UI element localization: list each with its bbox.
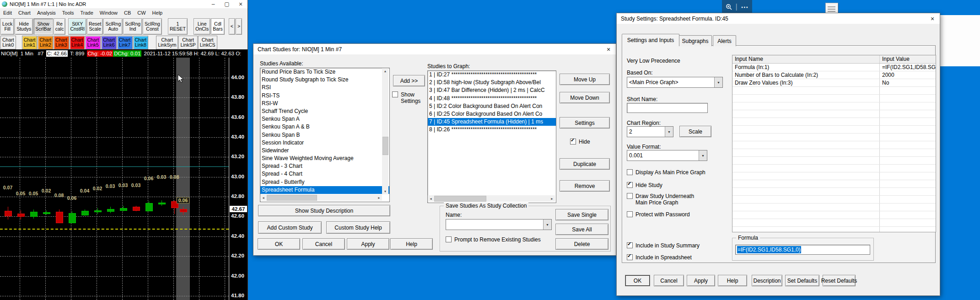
toolbar-button-hide[interactable]: HideStudys [15, 18, 33, 35]
list-item[interactable]: Spread - 3 Chart [260, 162, 389, 170]
scroll-right-icon[interactable]: ► [549, 195, 555, 202]
snip-toolbar[interactable]: | ⋯ [722, 0, 752, 14]
remove-button[interactable]: Remove [560, 180, 610, 192]
chevron-down-icon[interactable]: ▼ [699, 150, 707, 161]
show-study-description-button[interactable]: Show Study Description [258, 205, 390, 216]
scroll-thumb[interactable] [434, 196, 486, 202]
chart-link-button-linksym[interactable]: ChartLinkSym [156, 36, 178, 49]
chart-studies-titlebar[interactable]: Chart Studies for: NIO[M] 1 Min #7 × [253, 44, 616, 54]
menu-item-tools[interactable]: Tools [59, 9, 77, 16]
list-item[interactable]: 1 | ID:27 ******************************… [428, 71, 556, 79]
toolbar-button-show[interactable]: ShowScrlBar [33, 18, 53, 35]
tab-subgraphs[interactable]: Subgraphs [678, 35, 712, 46]
add-custom-study-button[interactable]: Add Custom Study [258, 221, 322, 234]
delete-button[interactable]: Delete [555, 238, 608, 250]
list-item[interactable]: 5 | ID:2 Color Background Based On Alert… [428, 102, 556, 110]
duplicate-button[interactable]: Duplicate [560, 158, 610, 170]
scroll-thumb[interactable] [382, 137, 388, 155]
checkbox-box[interactable]: ✓ [627, 182, 633, 188]
toolbar-button-reset[interactable]: ResetScale [87, 18, 103, 35]
list-item[interactable]: Spreadsheet Formula [260, 186, 389, 194]
custom-study-help-button[interactable]: Custom Study Help [326, 221, 390, 234]
toolbar-button-<[interactable]: < [229, 18, 235, 35]
chart-link-button-link3[interactable]: ChartLink3 [54, 36, 69, 49]
scroll-left-icon[interactable]: ◄ [260, 194, 266, 201]
description-button[interactable]: Description [752, 275, 782, 286]
chart-area[interactable]: 0.070.050.050.020.080.060.040.020.030.03… [0, 58, 248, 300]
list-item[interactable]: RSI-W [260, 100, 389, 107]
cancel-button[interactable]: Cancel [654, 275, 684, 286]
list-item[interactable]: 3 | ID:47 Bar Difference (Hidden) | 2 ms… [428, 86, 556, 94]
list-item[interactable]: Sidewinder [260, 147, 389, 155]
horizontal-scrollbar[interactable]: ◄ ► [260, 194, 382, 201]
checkbox-box[interactable]: ✓ [627, 254, 633, 260]
toolbar-button-sclrng[interactable]: SclRngInd [123, 18, 142, 35]
menu-item-cw[interactable]: CW [134, 9, 149, 16]
studies-available-list[interactable]: Round Price Bars To Tick SizeRound Study… [260, 68, 390, 202]
apply-button[interactable]: Apply [687, 275, 715, 286]
vertical-scrollbar[interactable]: ▲ ▼ [382, 68, 388, 194]
chart-region-combobox[interactable]: 2 ▼ [627, 126, 673, 137]
table-row[interactable]: Formula (In:1)=IF(ID2.SG1,ID58.SG1,0) [732, 64, 936, 71]
checkbox-draw[interactable]: Draw Study Underneath Main Price Graph [627, 193, 718, 206]
table-row[interactable]: Draw Zero Values (In:3)No [732, 79, 936, 87]
checkbox-box[interactable]: ✓ [627, 242, 633, 248]
magnifier-plus-icon[interactable] [726, 4, 732, 10]
scroll-thumb[interactable] [267, 195, 317, 201]
menu-item-chart[interactable]: Chart [15, 9, 34, 16]
chart-link-button-linksp[interactable]: ChartLinkSP [178, 36, 197, 49]
tab-alerts[interactable]: Alerts [713, 35, 736, 46]
checkbox-box[interactable] [627, 169, 633, 175]
save-single-button[interactable]: Save Single [555, 209, 608, 220]
toolbar-button-sclrng[interactable]: SclRngConst [143, 18, 162, 35]
checkbox-box[interactable] [627, 193, 633, 199]
settings-button[interactable]: Settings [560, 117, 610, 129]
save-all-button[interactable]: Save All [555, 224, 608, 235]
checkbox-protect[interactable]: Protect with Password [627, 211, 718, 218]
checkbox-include[interactable]: ✓Include in Spreadsheet [627, 254, 727, 261]
chart-link-button-linkcs[interactable]: ChartLinkCS [198, 36, 217, 49]
apply-button[interactable]: Apply [347, 238, 389, 250]
menu-item-trade[interactable]: Trade [77, 9, 97, 16]
checkbox-include[interactable]: ✓Include in Study Summary [627, 242, 727, 249]
close-icon[interactable]: × [601, 44, 616, 54]
toolbar-button-stxy[interactable]: StXYCnstRl [68, 18, 86, 35]
list-item[interactable]: Schaff Trend Cycle [260, 107, 389, 115]
list-item[interactable]: Session Indicator [260, 139, 389, 147]
chart-link-button-link8[interactable]: ChartLink8 [133, 36, 149, 49]
tab-settings-and-inputs[interactable]: Settings and Inputs [622, 34, 679, 46]
ok-button[interactable]: OK [258, 238, 300, 250]
menu-item-edit[interactable]: Edit [0, 9, 15, 16]
chart-window-titlebar[interactable]: NIO[M] 1 Min #7 L:1 | Nio Inc ADR – ▢ × [0, 0, 248, 8]
chevron-down-icon[interactable]: ▼ [543, 220, 551, 230]
chevron-down-icon[interactable]: ▼ [714, 77, 722, 87]
chart-link-button-link2[interactable]: ChartLink2 [38, 36, 53, 49]
minimize-icon[interactable]: – [206, 0, 220, 8]
chart-link-button-link0[interactable]: ChartLink0 [0, 36, 16, 49]
menu-item-help[interactable]: Help [149, 9, 166, 16]
list-item[interactable]: 2 | ID:58 high-low (Study Subgraph Above… [428, 79, 556, 86]
list-item[interactable]: RSI [260, 84, 389, 91]
prompt-remove-checkbox[interactable]: Prompt to Remove Existing Studies [446, 236, 541, 243]
scroll-down-icon[interactable]: ▼ [382, 188, 388, 194]
value-format-combobox[interactable]: 0.001 ▼ [627, 150, 707, 161]
list-item[interactable]: 8 | ID:26 ******************************… [428, 126, 556, 134]
menu-item-window[interactable]: Window [97, 9, 121, 16]
toolbar-button-line[interactable]: LineOnCls [194, 18, 210, 35]
set-defaults-button[interactable]: Set Defaults [785, 275, 819, 286]
list-item[interactable]: Senkou Span A & B [260, 123, 389, 131]
help-button[interactable]: Help [718, 275, 747, 286]
list-item[interactable]: RSI-TS [260, 92, 389, 100]
toolbar-button-lock[interactable]: LockFill [0, 18, 14, 35]
help-button[interactable]: Help [390, 238, 433, 250]
move-up-button[interactable]: Move Up [560, 74, 610, 85]
maximize-icon[interactable]: ▢ [220, 0, 234, 8]
menu-item-analysis[interactable]: Analysis [34, 9, 59, 16]
close-icon[interactable]: × [234, 0, 248, 8]
short-name-input[interactable] [627, 103, 708, 113]
hide-checkbox[interactable]: ✓ Hide [570, 139, 590, 145]
chart-link-button-link7[interactable]: ChartLink7 [117, 36, 133, 49]
scroll-up-icon[interactable]: ▲ [382, 68, 388, 74]
menu-item-cb[interactable]: CB [121, 9, 134, 16]
close-icon[interactable]: × [925, 13, 940, 24]
